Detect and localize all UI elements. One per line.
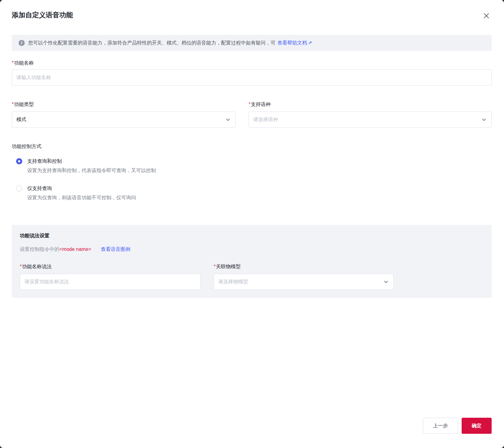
mode-name-token: <mode name>: [59, 247, 91, 252]
function-name-label: *功能名称: [12, 60, 34, 66]
language-field: *支持语种 请选择语种: [249, 101, 492, 128]
radio-selected-icon: [16, 158, 22, 164]
required-asterisk: *: [249, 102, 250, 107]
function-name-input[interactable]: [12, 70, 492, 86]
info-banner-text: 您可以个性化配置需要的语音能力，添加符合产品特性的开关、模式、档位的语音能力，配…: [28, 40, 275, 46]
name-statement-field: *功能名称说法: [20, 263, 201, 290]
thing-model-placeholder: 请选择物模型: [218, 279, 248, 285]
info-banner: i 您可以个性化配置需要的语音能力，添加符合产品特性的开关、模式、档位的语音能力…: [12, 35, 492, 51]
statement-settings-panel: 功能说法设置 设置控制指令中的<mode name> 查看语音图例 *功能名称说…: [12, 225, 492, 298]
panel-subtitle: 设置控制指令中的<mode name> 查看语音图例: [20, 246, 484, 253]
panel-title: 功能说法设置: [20, 232, 484, 239]
help-doc-link[interactable]: 查看帮助文档: [277, 40, 307, 46]
close-icon: [483, 12, 490, 19]
radio-description: 设置为仅查询，则该语音功能不可控制，仅可询问: [16, 194, 492, 201]
chevron-down-icon: [482, 117, 486, 122]
required-asterisk: *: [20, 264, 22, 269]
subtitle-prefix: 设置控制指令中的: [20, 247, 59, 252]
language-select[interactable]: 请选择语种: [249, 112, 492, 128]
name-statement-label: *功能名称说法: [20, 263, 201, 270]
language-label: *支持语种: [249, 101, 492, 108]
thing-model-label: *关联物模型: [214, 263, 394, 270]
radio-description: 设置为支持查询和控制，代表该指令即可查询，又可以控制: [16, 167, 492, 174]
dialog-footer: 上一步 确定: [423, 418, 492, 434]
info-icon: i: [19, 40, 25, 46]
radio-label: 支持查询和控制: [27, 158, 62, 165]
radio-query-only[interactable]: 仅支持查询: [16, 185, 492, 192]
add-custom-voice-dialog: 添加自定义语音功能 i 您可以个性化配置需要的语音能力，添加符合产品特性的开关、…: [0, 0, 504, 448]
function-type-select[interactable]: 模式: [12, 112, 236, 128]
external-link-icon: ↗: [308, 40, 312, 46]
required-asterisk: *: [214, 264, 216, 269]
required-asterisk: *: [12, 102, 14, 107]
language-placeholder: 请选择语种: [253, 116, 278, 123]
required-asterisk: *: [12, 60, 14, 66]
name-statement-input[interactable]: [20, 274, 201, 290]
previous-step-button[interactable]: 上一步: [423, 418, 458, 434]
voice-legend-link[interactable]: 查看语音图例: [101, 247, 130, 252]
function-type-label: *功能类型: [12, 101, 236, 108]
control-mode-label: 功能控制方式: [12, 144, 41, 149]
function-type-value: 模式: [16, 116, 26, 123]
dialog-title: 添加自定义语音功能: [12, 11, 492, 20]
radio-option-query-and-control: 支持查询和控制 设置为支持查询和控制，代表该指令即可查询，又可以控制: [12, 158, 492, 174]
close-button[interactable]: [482, 12, 490, 20]
chevron-down-icon: [226, 117, 230, 122]
function-type-field: *功能类型 模式: [12, 101, 236, 128]
thing-model-field: *关联物模型 请选择物模型: [214, 263, 394, 290]
confirm-button[interactable]: 确定: [462, 418, 492, 434]
radio-unselected-icon: [16, 185, 22, 192]
thing-model-select[interactable]: 请选择物模型: [214, 274, 394, 290]
dialog-header: 添加自定义语音功能: [0, 0, 504, 20]
radio-label: 仅支持查询: [27, 185, 52, 192]
radio-option-query-only: 仅支持查询 设置为仅查询，则该语音功能不可控制，仅可询问: [12, 185, 492, 201]
radio-query-and-control[interactable]: 支持查询和控制: [16, 158, 492, 165]
chevron-down-icon: [384, 280, 388, 284]
